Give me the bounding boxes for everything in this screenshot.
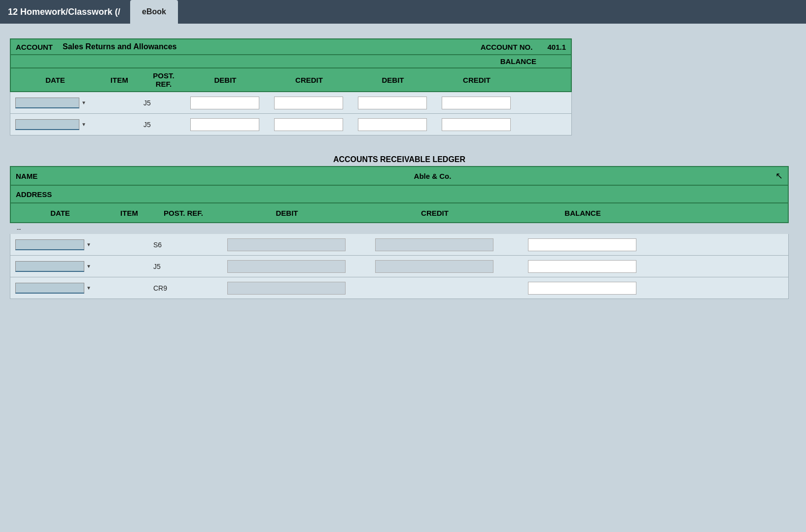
ar-postref-3: CR9 xyxy=(153,284,212,292)
ar-debit-input-3[interactable] xyxy=(227,282,346,295)
ebook-tab[interactable]: eBook xyxy=(130,0,178,24)
ar-date-dropdown-3[interactable] xyxy=(15,283,84,294)
top-bar: 12 Homework/Classwork (/ eBook xyxy=(0,0,806,24)
ar-ledger-container: ACCOUNTS RECEIVABLE LEDGER NAME Able & C… xyxy=(10,155,789,299)
credit-input-2[interactable] xyxy=(274,118,343,131)
account-name: Sales Returns and Allowances xyxy=(63,42,471,51)
ar-col-header-date: DATE xyxy=(16,209,105,217)
col-header-postref: POST.REF. xyxy=(144,71,183,88)
ledger-header-top: ACCOUNT Sales Returns and Allowances ACC… xyxy=(10,38,572,55)
ar-credit-input-1[interactable] xyxy=(375,238,493,251)
ledger-col-headers: DATE ITEM POST.REF. DEBIT CREDIT DEBIT C… xyxy=(10,68,572,92)
col-header-bal-credit: CREDIT xyxy=(435,76,519,84)
col-header-item: ITEM xyxy=(95,76,144,84)
bal-debit-input-1[interactable] xyxy=(358,97,427,109)
cursor-icon: ↖ xyxy=(775,170,783,181)
ar-header-name: NAME Able & Co. ↖ xyxy=(10,166,789,186)
ar-balance-input-3[interactable] xyxy=(528,282,636,295)
address-label: ADDRESS xyxy=(16,190,52,199)
chevron-down-icon: ▼ xyxy=(81,122,86,127)
bal-debit-input-2[interactable] xyxy=(358,118,427,131)
col-header-debit: DEBIT xyxy=(183,76,267,84)
ar-col-header-item: ITEM xyxy=(105,209,154,217)
table-row: ▼ J5 xyxy=(10,256,789,277)
ar-header-address: ADDRESS xyxy=(10,186,789,203)
ar-postref-2: J5 xyxy=(153,263,212,270)
account-no-value: 401.1 xyxy=(547,43,566,51)
account-no-label: ACCOUNT NO. xyxy=(481,43,533,51)
bal-credit-input-2[interactable] xyxy=(442,118,511,131)
ar-col-header-postref: POST. REF. xyxy=(154,209,213,217)
ar-section-title: ACCOUNTS RECEIVABLE LEDGER xyxy=(10,155,789,164)
date-dropdown-2[interactable] xyxy=(15,119,79,130)
postref-cell-2: J5 xyxy=(143,121,183,129)
chevron-down-icon: ▼ xyxy=(86,285,91,291)
ar-col-header-debit: DEBIT xyxy=(213,209,361,217)
ar-col-header-balance: BALANCE xyxy=(509,209,657,217)
name-value: Able & Co. xyxy=(95,172,771,180)
col-header-date: DATE xyxy=(16,76,95,84)
ar-credit-input-2[interactable] xyxy=(375,260,493,273)
balance-label: BALANCE xyxy=(500,57,536,66)
ar-col-header-credit: CREDIT xyxy=(361,209,509,217)
table-row: ▼ J5 xyxy=(10,114,572,135)
chevron-down-icon: ▼ xyxy=(86,264,91,269)
table-row: ▼ CR9 xyxy=(10,277,789,299)
debit-input-2[interactable] xyxy=(190,118,259,131)
sales-returns-ledger: ACCOUNT Sales Returns and Allowances ACC… xyxy=(10,38,572,135)
credit-input-1[interactable] xyxy=(274,97,343,109)
col-header-credit: CREDIT xyxy=(267,76,351,84)
ledger-header-balance: BALANCE xyxy=(10,55,572,68)
table-row: ▼ S6 xyxy=(10,234,789,256)
account-label: ACCOUNT xyxy=(16,43,53,51)
main-content: ACCOUNT Sales Returns and Allowances ACC… xyxy=(0,24,806,309)
ar-date-dropdown-1[interactable] xyxy=(15,239,84,250)
ar-date-dropdown-2[interactable] xyxy=(15,261,84,272)
chevron-down-icon: ▼ xyxy=(81,100,86,105)
dash-text: -- xyxy=(15,225,21,233)
dash-row: -- xyxy=(10,223,789,234)
date-dropdown-1[interactable] xyxy=(15,98,79,108)
table-row: ▼ J5 xyxy=(10,92,572,114)
app-title: 12 Homework/Classwork (/ xyxy=(8,7,120,17)
ar-debit-input-1[interactable] xyxy=(227,238,346,251)
ar-balance-input-2[interactable] xyxy=(528,260,636,273)
chevron-down-icon: ▼ xyxy=(86,242,91,247)
ar-col-headers: DATE ITEM POST. REF. DEBIT CREDIT BALANC… xyxy=(10,203,789,223)
col-header-bal-debit: DEBIT xyxy=(351,76,435,84)
ar-balance-input-1[interactable] xyxy=(528,238,636,251)
ar-postref-1: S6 xyxy=(153,241,212,249)
name-label: NAME xyxy=(16,172,95,180)
postref-cell-1: J5 xyxy=(143,99,183,107)
ar-debit-input-2[interactable] xyxy=(227,260,346,273)
bal-credit-input-1[interactable] xyxy=(442,97,511,109)
debit-input-1[interactable] xyxy=(190,97,259,109)
